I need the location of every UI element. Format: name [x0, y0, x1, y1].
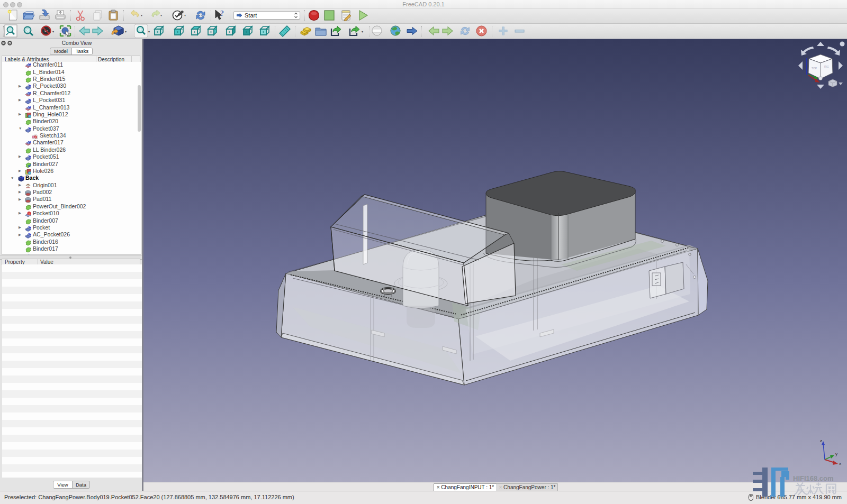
svg-text:!: ! — [29, 212, 30, 215]
svg-text:HIFI168.com: HIFI168.com — [793, 474, 834, 482]
svg-text:y: y — [835, 452, 837, 456]
svg-text:z: z — [820, 438, 822, 443]
svg-text:RIG: RIG — [824, 65, 829, 68]
svg-text:TOP: TOP — [812, 67, 817, 70]
svg-text:?: ? — [220, 10, 224, 17]
